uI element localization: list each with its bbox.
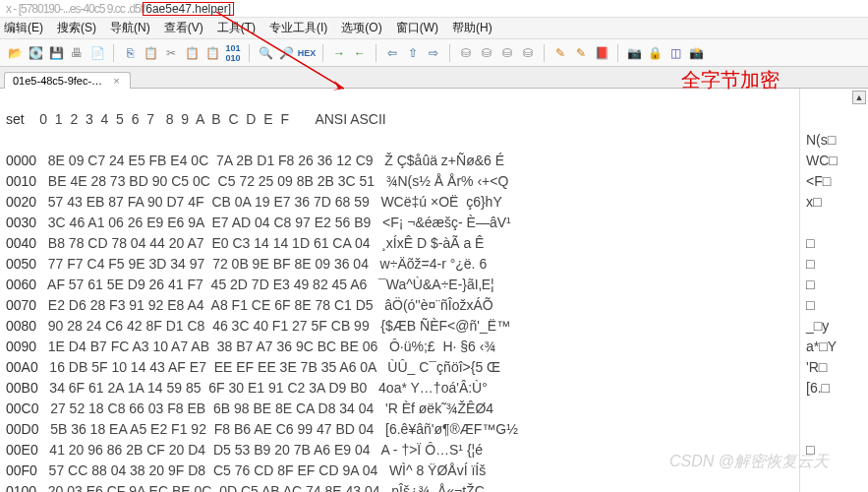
find-icon[interactable]: 🔍 — [257, 44, 274, 62]
hex-row[interactable]: 0010 BE 4E 28 73 BD 90 C5 0C C5 72 25 09… — [0, 171, 868, 192]
shapes-icon[interactable]: ◫ — [666, 44, 684, 62]
offset: 00D0 — [6, 421, 38, 437]
separator — [544, 44, 545, 62]
print-icon[interactable]: 🖶 — [68, 44, 86, 62]
side-line: N(s□ — [806, 130, 868, 151]
arrow-right-icon[interactable]: → — [330, 44, 348, 62]
separator — [376, 44, 376, 62]
hex-bytes: 34 6F 61 2A 1A 14 59 85 6F 30 E1 91 C2 3… — [38, 380, 378, 396]
hex-row[interactable]: 0100 20 03 E6 CF 9A EC BE 0C 0D C5 AB AC… — [0, 481, 868, 492]
menu-spec[interactable]: 专业工具(I) — [269, 20, 327, 36]
hex-bytes: 27 52 18 C8 66 03 F8 EB 6B 98 BE 8E CA D… — [38, 400, 385, 416]
file-tab[interactable]: 01e5-48c5-9fec-… × — [4, 72, 131, 89]
disk2-icon[interactable]: ⛁ — [478, 44, 495, 62]
offset: 00B0 — [6, 380, 38, 396]
camera2-icon[interactable]: 📸 — [687, 44, 705, 62]
secondary-ascii-pane: ▲ N(s□WC□<F□x□ □□□□_□ya*□Y'R□[6.□ □ — [799, 89, 868, 492]
hex-row[interactable]: 0070 E2 D6 28 F3 91 92 E8 A4 A8 F1 CE 6F… — [0, 295, 868, 316]
menu-edit[interactable]: 编辑(E) — [4, 20, 43, 36]
hex-row[interactable]: 0000 8E 09 C7 24 E5 FB E4 0C 7A 2B D1 F8… — [0, 151, 868, 171]
save-icon[interactable]: 💾 — [47, 44, 65, 62]
side-line — [806, 461, 868, 481]
hex-bytes: 5B 36 18 EA A5 E2 F1 92 F8 B6 AE C6 99 4… — [38, 421, 385, 437]
hex-row[interactable]: 0060 AF 57 61 5E D9 26 41 F7 45 2D 7D E3… — [0, 275, 868, 295]
offset: 00A0 — [6, 359, 38, 375]
separator — [449, 44, 450, 62]
hex-label-icon[interactable]: HEX — [298, 44, 316, 62]
hex-row[interactable]: 0020 57 43 EB 87 FA 90 D7 4F CB 0A 19 E7… — [0, 192, 868, 213]
clip2-icon[interactable]: 📋 — [203, 44, 221, 62]
side-line — [806, 109, 868, 130]
side-line: 'R□ — [806, 357, 868, 378]
hex-bytes: 16 DB 5F 10 14 43 AF E7 EE EF EE 3E 7B 3… — [38, 359, 388, 375]
file-icon[interactable]: 📄 — [88, 44, 106, 62]
clip1-icon[interactable]: 📋 — [183, 44, 201, 62]
hex-bytes: 41 20 96 86 2B CF 20 D4 D5 53 B9 20 7B A… — [38, 442, 381, 458]
menu-tools[interactable]: 工具(T) — [217, 20, 256, 36]
offset: 0070 — [6, 297, 36, 313]
hex-row[interactable]: 0050 77 F7 C4 F5 9E 3D 34 97 72 0B 9E BF… — [0, 254, 868, 275]
side-line: □ — [806, 254, 868, 275]
title-bar: x - [5780190-...es-40c5 9.cc .d5ff6ae5e4… — [0, 0, 868, 18]
menu-view[interactable]: 查看(V) — [164, 20, 203, 36]
nav-prev-icon[interactable]: ⇦ — [383, 44, 401, 62]
hex-bytes: BE 4E 28 73 BD 90 C5 0C C5 72 25 09 8B 2… — [36, 173, 386, 189]
hex-bytes: 57 CC 88 04 38 20 9F D8 C5 76 CD 8F EF C… — [37, 462, 389, 478]
menu-options[interactable]: 选项(O) — [341, 20, 381, 36]
ansi-text: Ž Ç$åûä z+Ñø&6 É — [384, 153, 504, 168]
book-icon[interactable]: 📕 — [593, 44, 610, 62]
ansi-text: WCë‡ú ×OË ç6}hY — [380, 194, 501, 210]
menu-nav[interactable]: 导航(N) — [110, 20, 150, 36]
hex-row[interactable]: 00A0 16 DB 5F 10 14 43 AF E7 EE EF EE 3E… — [0, 357, 868, 378]
pencil2-icon[interactable]: ✎ — [572, 44, 590, 62]
menu-bar: 编辑(E) 搜索(S) 导航(N) 查看(V) 工具(T) 专业工具(I) 选项… — [0, 18, 868, 39]
tab-close-icon[interactable]: × — [113, 75, 119, 87]
ansi-text: w÷Äõž=4-r °¿ë. 6 — [380, 256, 488, 272]
hex-row[interactable]: 0030 3C 46 A1 06 26 E9 E6 9A E7 AD 04 C8… — [0, 213, 868, 233]
side-line: □ — [806, 440, 868, 461]
cut-icon[interactable]: ✂ — [162, 44, 180, 62]
side-line: a*□Y — [806, 337, 868, 357]
hex-row[interactable]: 00E0 41 20 96 86 2B CF 20 D4 D5 53 B9 20… — [0, 440, 868, 461]
disk1-icon[interactable]: ⛁ — [457, 44, 475, 62]
copy-icon[interactable]: ⎘ — [121, 44, 139, 62]
offset: 0100 — [6, 483, 36, 492]
menu-window[interactable]: 窗口(W) — [396, 20, 438, 36]
hex-row[interactable]: 00D0 5B 36 18 EA A5 E2 F1 92 F8 B6 AE C6… — [0, 419, 868, 440]
side-line: [6.□ — [806, 378, 868, 399]
hex-bytes: 20 03 E6 CF 9A EC BE 0C 0D C5 AB AC 74 8… — [36, 483, 391, 492]
offset: 0020 — [6, 194, 36, 210]
hex-row[interactable]: 00C0 27 52 18 C8 66 03 F8 EB 6B 98 BE 8E… — [0, 399, 868, 419]
hex101-icon[interactable]: 101010 — [224, 44, 242, 62]
folder-open-icon[interactable]: 📂 — [6, 44, 24, 62]
scroll-up-icon[interactable]: ▲ — [852, 91, 866, 104]
nav-up-icon[interactable]: ⇧ — [404, 44, 422, 62]
offset: 0050 — [6, 256, 36, 272]
pencil-icon[interactable]: ✎ — [551, 44, 569, 62]
disk3-icon[interactable]: ⛁ — [498, 44, 516, 62]
lock-icon[interactable]: 🔒 — [646, 44, 664, 62]
tab-bar: 01e5-48c5-9fec-… × 全字节加密 — [0, 67, 868, 89]
disk-icon[interactable]: 💽 — [27, 44, 44, 62]
arrow-left-icon[interactable]: ← — [351, 44, 369, 62]
hex-row[interactable]: 0040 B8 78 CD 78 04 44 20 A7 E0 C3 14 14… — [0, 233, 868, 254]
side-line: □ — [806, 295, 868, 316]
offset: 0010 — [6, 173, 36, 189]
menu-search[interactable]: 搜索(S) — [57, 20, 96, 36]
side-line: x□ — [806, 192, 868, 213]
nav-next-icon[interactable]: ⇨ — [425, 44, 442, 62]
camera-icon[interactable]: 📷 — [625, 44, 643, 62]
hex-bytes: 1E D4 B7 FC A3 10 A7 AB 38 B7 A7 36 9C B… — [36, 338, 389, 354]
hex-row[interactable]: 0090 1E D4 B7 FC A3 10 A7 AB 38 B7 A7 36… — [0, 337, 868, 357]
hex-row[interactable]: 00F0 57 CC 88 04 38 20 9F D8 C5 76 CD 8F… — [0, 461, 868, 481]
hex-row[interactable]: 00B0 34 6F 61 2A 1A 14 59 85 6F 30 E1 91… — [0, 378, 868, 399]
menu-help[interactable]: 帮助(H) — [452, 20, 492, 36]
offset: 0080 — [6, 318, 36, 334]
disk4-icon[interactable]: ⛁ — [519, 44, 537, 62]
find-hex-icon[interactable]: 🔎 — [277, 44, 295, 62]
hex-header-row: set 0 1 2 3 4 5 6 7 8 9 A B C D E F ANSI… — [0, 109, 868, 130]
ansi-text: {$ÆB ÑÈF<@ñ'_Ë™ — [380, 318, 510, 334]
ansi-text: ¾N(s½ Å År% ‹+<Q — [386, 173, 508, 189]
paste-icon[interactable]: 📋 — [142, 44, 159, 62]
hex-row[interactable]: 0080 90 28 24 C6 42 8F D1 C8 46 3C 40 F1… — [0, 316, 868, 337]
